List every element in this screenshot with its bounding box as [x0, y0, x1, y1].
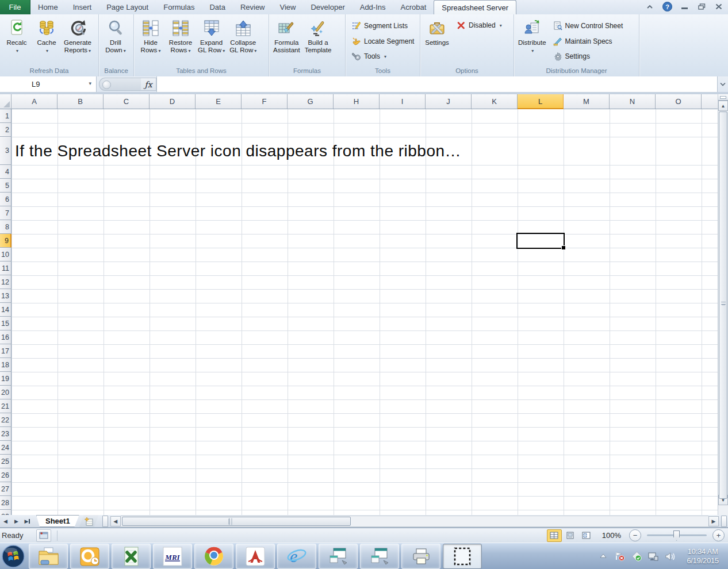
taskbar-excel-button[interactable] [112, 544, 151, 569]
name-box-dropdown-icon[interactable]: ▾ [89, 80, 91, 86]
tab-spreadsheet-server[interactable]: Spreadsheet Server [434, 0, 516, 14]
ribbon-button-recalc[interactable]: Recalc▾ [2, 16, 32, 67]
ribbon-button-distribute[interactable]: Distribute▾ [516, 16, 549, 67]
tab-home[interactable]: Home [30, 0, 66, 14]
tab-formulas[interactable]: Formulas [156, 0, 202, 14]
scrollbar-split-handle[interactable] [721, 516, 727, 527]
collapse-ribbon-icon[interactable] [644, 2, 656, 11]
speaker-icon[interactable] [664, 551, 676, 562]
column-header-f[interactable]: F [242, 94, 288, 109]
row-header-26[interactable]: 26 [0, 468, 12, 482]
column-header-n[interactable]: N [610, 94, 656, 109]
view-button-normal[interactable] [547, 529, 562, 542]
help-icon[interactable]: ? [661, 2, 673, 11]
row-header-18[interactable]: 18 [0, 358, 12, 372]
select-all-corner[interactable] [0, 94, 12, 109]
tab-split-handle[interactable] [102, 516, 108, 527]
row-header-28[interactable]: 28 [0, 496, 12, 510]
ribbon-button-collapse-gl-row[interactable]: CollapseGL Row▾ [227, 16, 259, 67]
scroll-up-arrow[interactable]: ▲ [718, 101, 728, 111]
taskbar-explorer-button[interactable] [29, 544, 68, 569]
cell-content-a3[interactable]: If the Spreadsheet Server icon disappear… [15, 137, 461, 165]
tab-insert[interactable]: Insert [66, 0, 99, 14]
tab-acrobat[interactable]: Acrobat [393, 0, 434, 14]
row-header-7[interactable]: 7 [0, 206, 12, 220]
ribbon-button-new-control-sheet[interactable]: New Control Sheet [551, 20, 626, 32]
ribbon-button-maintain-specs[interactable]: Maintain Specs [551, 35, 626, 48]
vertical-scrollbar[interactable]: ▲ ▼ [718, 94, 728, 515]
row-header-16[interactable]: 16 [0, 330, 12, 344]
active-cell-selection[interactable] [516, 233, 565, 249]
column-header-b[interactable]: B [58, 94, 104, 109]
spreadsheet-grid[interactable]: 1234567891011121314151617181920212223242… [0, 109, 718, 515]
column-header-m[interactable]: M [564, 94, 610, 109]
tab-developer[interactable]: Developer [303, 0, 352, 14]
taskbar-snipping-tool-button[interactable] [443, 544, 482, 569]
taskbar-mri-button[interactable]: MRI [153, 544, 192, 569]
expand-formula-bar-icon[interactable] [718, 76, 728, 92]
row-header-17[interactable]: 17 [0, 344, 12, 358]
close-icon[interactable] [713, 2, 725, 11]
taskbar-chrome-button[interactable] [194, 544, 233, 569]
zoom-out-button[interactable]: − [629, 529, 641, 541]
sheet-nav-next-button[interactable]: ▶ [11, 516, 22, 526]
column-header-k[interactable]: K [472, 94, 518, 109]
column-header-o[interactable]: O [656, 94, 702, 109]
formula-bar-input[interactable] [156, 76, 718, 92]
insert-worksheet-button[interactable] [79, 515, 99, 527]
column-header-c[interactable]: C [104, 94, 150, 109]
row-header-2[interactable]: 2 [0, 123, 12, 137]
ribbon-button-expand-gl-row[interactable]: ExpandGL Row▾ [196, 16, 227, 67]
sheet-nav-prev-button[interactable]: ◀ [0, 516, 11, 526]
row-header-8[interactable]: 8 [0, 220, 12, 234]
restore-icon[interactable] [696, 2, 707, 11]
macro-record-button[interactable] [36, 529, 51, 542]
zoom-level[interactable]: 100% [602, 531, 621, 540]
view-button-page-layout[interactable] [563, 529, 578, 542]
ribbon-button-locate-segment[interactable]: Locate Segment [350, 35, 416, 48]
row-header-19[interactable]: 19 [0, 372, 12, 386]
horizontal-scroll-track[interactable] [121, 516, 708, 527]
column-header-g[interactable]: G [288, 94, 334, 109]
ribbon-button-settings-small[interactable]: Settings [551, 50, 626, 63]
sheet-nav-last-button[interactable]: ▶ [22, 516, 33, 526]
taskbar-printer-button[interactable] [401, 544, 440, 569]
row-header-5[interactable]: 5 [0, 179, 12, 193]
row-header-6[interactable]: 6 [0, 193, 12, 206]
taskbar-app-window-2-button[interactable] [360, 544, 399, 569]
taskbar-outlook-button[interactable] [70, 544, 109, 569]
taskbar-app-window-1-button[interactable] [319, 544, 358, 569]
zoom-slider-handle[interactable] [673, 530, 680, 541]
ribbon-button-build-a-template[interactable]: Build aTemplate [302, 16, 334, 67]
row-header-11[interactable]: 11 [0, 262, 12, 275]
vertical-scrollbar-thumb[interactable] [719, 112, 727, 499]
row-header-1[interactable]: 1 [0, 109, 12, 123]
row-header-3[interactable]: 3 [0, 137, 12, 165]
network-icon[interactable] [647, 551, 659, 562]
status-check-icon[interactable] [631, 551, 642, 562]
zoom-slider-track[interactable] [647, 535, 707, 536]
column-header-i[interactable]: I [380, 94, 426, 109]
name-box[interactable]: L9 ▾ [0, 76, 97, 92]
tab-data[interactable]: Data [202, 0, 232, 14]
minimize-icon[interactable] [679, 2, 690, 11]
zoom-in-button[interactable]: + [712, 529, 725, 541]
row-header-22[interactable]: 22 [0, 413, 12, 427]
vertical-split-handle[interactable] [718, 94, 728, 101]
taskbar-internet-explorer-button[interactable]: e [277, 544, 316, 569]
ribbon-button-hide-rows[interactable]: HideRows▾ [136, 16, 166, 67]
ribbon-button-cache[interactable]: Cache▾ [32, 16, 62, 67]
ribbon-button-drill-down[interactable]: DrillDown▾ [101, 16, 131, 67]
row-header-10[interactable]: 10 [0, 248, 12, 262]
row-header-14[interactable]: 14 [0, 303, 12, 317]
insert-function-button[interactable]: ƒx [141, 78, 156, 91]
row-header-4[interactable]: 4 [0, 165, 12, 179]
ribbon-button-segment-lists[interactable]: Segment Lists [350, 20, 416, 32]
tray-expand-icon[interactable] [597, 551, 609, 562]
scroll-left-arrow[interactable]: ◀ [110, 516, 121, 526]
vertical-scroll-track[interactable] [718, 111, 728, 495]
row-header-23[interactable]: 23 [0, 427, 12, 441]
column-header-a[interactable]: A [12, 94, 58, 109]
row-header-27[interactable]: 27 [0, 482, 12, 496]
column-header-h[interactable]: H [334, 94, 380, 109]
